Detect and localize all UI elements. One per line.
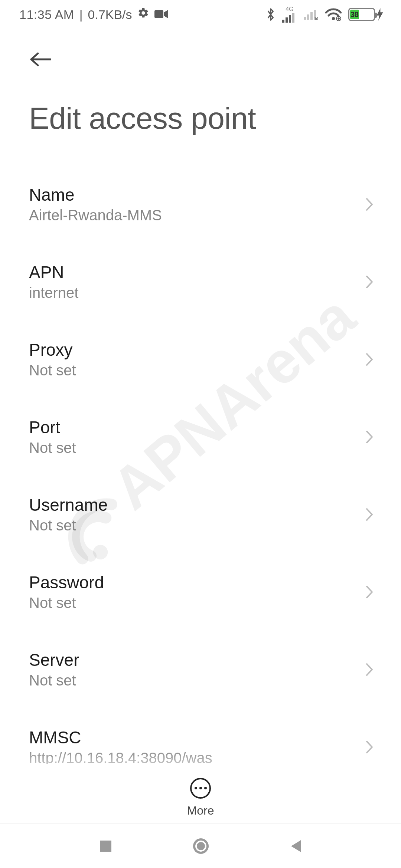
field-proxy-value: Not set (29, 362, 76, 379)
field-proxy-row[interactable]: Proxy Not set (29, 320, 375, 398)
svg-rect-1 (154, 10, 163, 18)
field-server-label: Server (29, 650, 79, 670)
field-password-value: Not set (29, 595, 104, 611)
nav-back-button[interactable] (289, 839, 302, 854)
field-apn-row[interactable]: APN internet (29, 243, 375, 320)
svg-rect-2 (282, 20, 284, 23)
more-label: More (187, 804, 214, 818)
svg-rect-7 (307, 14, 309, 20)
field-name-value: Airtel-Rwanda-MMS (29, 207, 162, 224)
wifi-icon (325, 8, 342, 21)
bluetooth-icon (266, 7, 276, 22)
svg-rect-6 (304, 17, 306, 20)
chevron-right-icon (364, 506, 375, 523)
bottom-action-bar: More (0, 764, 401, 823)
back-button[interactable] (29, 47, 53, 71)
field-mmsc-label: MMSC (29, 727, 212, 747)
chevron-right-icon (364, 583, 375, 601)
status-separator: | (79, 7, 83, 22)
svg-rect-8 (310, 12, 313, 20)
chevron-right-icon (364, 273, 375, 291)
settings-icon (137, 7, 149, 22)
field-server-value: Not set (29, 672, 79, 689)
svg-rect-3 (286, 17, 288, 23)
settings-list: Name Airtel-Rwanda-MMS APN internet Prox… (0, 165, 401, 826)
chevron-right-icon (364, 661, 375, 678)
field-apn-value: internet (29, 285, 78, 301)
camera-icon (154, 7, 168, 22)
signal-4g-icon: 4G (282, 6, 297, 23)
svg-point-10 (332, 17, 335, 20)
chevron-right-icon (364, 195, 375, 213)
svg-rect-4 (289, 15, 291, 23)
svg-rect-5 (292, 13, 294, 23)
svg-point-14 (197, 842, 205, 850)
more-button[interactable]: More (187, 778, 214, 818)
field-port-label: Port (29, 417, 76, 437)
field-port-value: Not set (29, 440, 76, 456)
signal-nosim-icon (304, 9, 319, 20)
chevron-right-icon (364, 351, 375, 368)
field-server-row[interactable]: Server Not set (29, 631, 375, 708)
field-password-label: Password (29, 572, 104, 592)
field-name-label: Name (29, 185, 162, 205)
status-data-rate: 0.7KB/s (88, 7, 132, 22)
arrow-left-icon (29, 52, 51, 67)
field-apn-label: APN (29, 262, 78, 282)
page-title: Edit access point (29, 101, 379, 136)
nav-recent-button[interactable] (99, 839, 113, 853)
field-username-value: Not set (29, 517, 108, 534)
battery-icon: 38 (348, 8, 383, 21)
nav-home-button[interactable] (192, 837, 210, 855)
field-username-row[interactable]: Username Not set (29, 476, 375, 553)
svg-rect-12 (100, 841, 111, 852)
status-bar: 11:35 AM | 0.7KB/s 4G 38 (0, 0, 401, 29)
chevron-right-icon (364, 428, 375, 446)
more-icon (190, 778, 211, 799)
field-port-row[interactable]: Port Not set (29, 398, 375, 476)
status-time: 11:35 AM (19, 7, 74, 22)
field-username-label: Username (29, 495, 108, 515)
field-name-row[interactable]: Name Airtel-Rwanda-MMS (29, 165, 375, 243)
field-password-row[interactable]: Password Not set (29, 553, 375, 631)
system-nav-bar (0, 823, 401, 868)
field-proxy-label: Proxy (29, 340, 76, 360)
chevron-right-icon (364, 738, 375, 756)
